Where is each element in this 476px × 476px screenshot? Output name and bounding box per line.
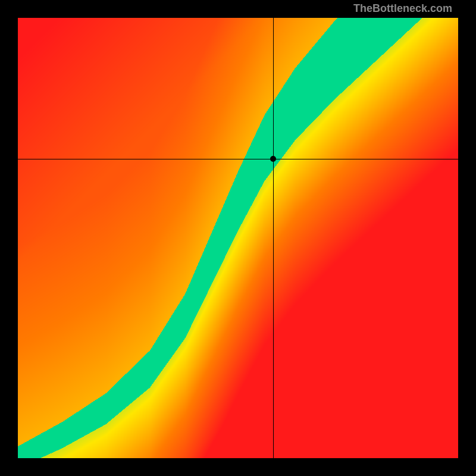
marker-point: [270, 156, 276, 162]
watermark-text: TheBottleneck.com: [353, 2, 452, 15]
heatmap-canvas: [18, 18, 458, 458]
crosshair-horizontal: [18, 159, 458, 159]
heatmap-plot: [18, 18, 458, 458]
chart-container: TheBottleneck.com: [0, 0, 476, 476]
crosshair-vertical: [273, 18, 274, 458]
